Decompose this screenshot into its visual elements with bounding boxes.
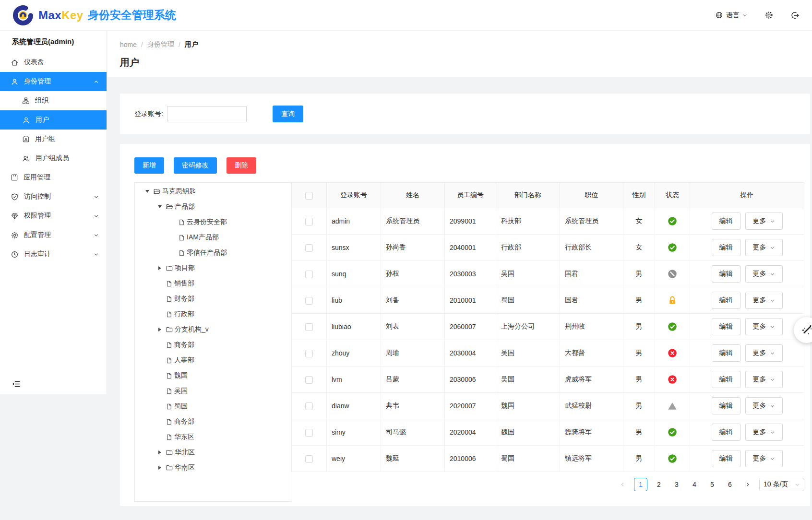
sidebar-item-log-audit[interactable]: 日志审计 xyxy=(0,245,107,264)
cell-name: 周瑜 xyxy=(381,340,445,366)
tree-node[interactable]: 云身份安全部 xyxy=(135,214,291,230)
sidebar-item-permission[interactable]: 权限管理 xyxy=(0,206,107,225)
page-button-4[interactable]: 4 xyxy=(688,478,701,491)
more-button[interactable]: 更多 xyxy=(745,424,783,441)
sidebar-item-access-control[interactable]: 访问控制 xyxy=(0,187,107,206)
sidebar-item-user[interactable]: 用户 xyxy=(0,110,107,130)
page-button-6[interactable]: 6 xyxy=(724,478,736,491)
more-button[interactable]: 更多 xyxy=(745,371,783,388)
edit-button[interactable]: 编辑 xyxy=(712,450,740,467)
caret-down-icon[interactable] xyxy=(154,205,166,208)
settings-button[interactable] xyxy=(764,11,774,20)
more-button[interactable]: 更多 xyxy=(745,344,783,362)
tree-node[interactable]: 华北区 xyxy=(135,445,291,460)
tree-node-label: 商务部 xyxy=(174,341,194,349)
select-all-checkbox[interactable] xyxy=(305,192,313,200)
sidebar-item-organization[interactable]: 组织 xyxy=(0,91,107,110)
row-checkbox[interactable] xyxy=(305,244,313,252)
caret-right-icon[interactable] xyxy=(154,466,166,470)
page-size-select[interactable]: 10 条/页 xyxy=(759,478,804,491)
tree-node[interactable]: 项目部 xyxy=(135,260,291,276)
tree-node[interactable]: 人事部 xyxy=(135,353,291,368)
edit-button[interactable]: 编辑 xyxy=(712,292,740,309)
row-checkbox[interactable] xyxy=(305,402,313,410)
edit-button[interactable]: 编辑 xyxy=(712,424,740,441)
row-checkbox[interactable] xyxy=(305,218,313,225)
row-checkbox[interactable] xyxy=(305,350,313,357)
row-checkbox[interactable] xyxy=(305,271,313,278)
caret-right-icon[interactable] xyxy=(154,266,166,270)
tree-node[interactable]: 魏国 xyxy=(135,368,291,383)
tree-node[interactable]: 销售部 xyxy=(135,276,291,291)
brand[interactable]: MaxKey 身份安全管理系统 xyxy=(12,5,176,26)
cell-status xyxy=(655,366,690,393)
tree-node[interactable]: 零信任产品部 xyxy=(135,245,291,260)
edit-button[interactable]: 编辑 xyxy=(712,397,740,414)
sidebar-item-identity[interactable]: 身份管理 xyxy=(0,72,107,91)
next-page-button[interactable] xyxy=(741,478,754,491)
tree-node[interactable]: 分支机构_v xyxy=(135,322,291,337)
row-checkbox[interactable] xyxy=(305,376,313,384)
tree-node[interactable]: 吴国 xyxy=(135,383,291,399)
page-button-2[interactable]: 2 xyxy=(653,478,665,491)
page-button-3[interactable]: 3 xyxy=(670,478,683,491)
edit-button[interactable]: 编辑 xyxy=(712,239,740,256)
row-checkbox[interactable] xyxy=(305,429,313,437)
sidebar-item-user-group-members[interactable]: 用户组成员 xyxy=(0,149,107,168)
tree-node[interactable]: 行政部 xyxy=(135,307,291,322)
tree-node[interactable]: 产品部 xyxy=(135,199,291,214)
login-account-input[interactable] xyxy=(167,106,247,122)
edit-button[interactable]: 编辑 xyxy=(712,213,740,230)
tree-node[interactable]: 财务部 xyxy=(135,291,291,307)
sidebar-item-app-management[interactable]: 应用管理 xyxy=(0,168,107,187)
row-checkbox[interactable] xyxy=(305,297,313,305)
more-button[interactable]: 更多 xyxy=(745,318,783,335)
tree-node[interactable]: 商务部 xyxy=(135,414,291,429)
prev-page-button[interactable] xyxy=(616,478,629,491)
caret-right-icon[interactable] xyxy=(154,328,166,331)
edit-button[interactable]: 编辑 xyxy=(712,344,740,362)
menu-fold-icon[interactable] xyxy=(12,379,21,389)
tree-node[interactable]: 蜀国 xyxy=(135,399,291,414)
more-button[interactable]: 更多 xyxy=(745,239,783,256)
change-password-button[interactable]: 密码修改 xyxy=(174,157,217,174)
more-button[interactable]: 更多 xyxy=(745,292,783,309)
breadcrumb-home[interactable]: home xyxy=(120,41,137,48)
cell-position: 行政部长 xyxy=(560,235,623,261)
tree-node[interactable]: 马克思钥匙 xyxy=(135,184,291,199)
sidebar-item-configuration[interactable]: 配置管理 xyxy=(0,225,107,245)
tree-node[interactable]: 商务部 xyxy=(135,337,291,353)
edit-button[interactable]: 编辑 xyxy=(712,371,740,388)
breadcrumb-identity[interactable]: 身份管理 xyxy=(147,40,174,49)
add-button[interactable]: 新增 xyxy=(134,157,164,174)
tree-node[interactable]: 华南区 xyxy=(135,460,291,475)
more-button[interactable]: 更多 xyxy=(745,213,783,230)
cell-login-account: liub xyxy=(327,287,381,314)
edit-button[interactable]: 编辑 xyxy=(712,265,740,283)
page-button-1[interactable]: 1 xyxy=(634,478,647,491)
tree-node-label: 零信任产品部 xyxy=(187,248,227,257)
more-button[interactable]: 更多 xyxy=(745,450,783,467)
cell-position: 国君 xyxy=(560,261,623,287)
more-button[interactable]: 更多 xyxy=(745,397,783,414)
delete-button[interactable]: 删除 xyxy=(227,157,256,174)
language-switcher[interactable]: 语言 xyxy=(715,11,747,20)
tree-node[interactable]: IAM产品部 xyxy=(135,230,291,245)
row-checkbox[interactable] xyxy=(305,455,313,463)
header-actions: 语言 xyxy=(715,11,800,20)
caret-down-icon[interactable] xyxy=(142,190,153,193)
table-row: dianw典韦2020007魏国武猛校尉男编辑更多 xyxy=(292,393,804,419)
sidebar-item-user-group[interactable]: 用户组 xyxy=(0,130,107,149)
cell-name: 吕蒙 xyxy=(381,366,445,393)
cell-login-account: admin xyxy=(327,208,381,235)
edit-button[interactable]: 编辑 xyxy=(712,318,740,335)
more-button[interactable]: 更多 xyxy=(745,265,783,283)
tree-node[interactable]: 华东区 xyxy=(135,429,291,445)
caret-right-icon[interactable] xyxy=(154,450,166,454)
cell-gender: 女 xyxy=(623,208,655,235)
query-button[interactable]: 查询 xyxy=(273,106,303,122)
page-button-5[interactable]: 5 xyxy=(706,478,718,491)
logout-button[interactable] xyxy=(791,11,800,20)
row-checkbox[interactable] xyxy=(305,323,313,331)
sidebar-item-dashboard[interactable]: 仪表盘 xyxy=(0,53,107,72)
